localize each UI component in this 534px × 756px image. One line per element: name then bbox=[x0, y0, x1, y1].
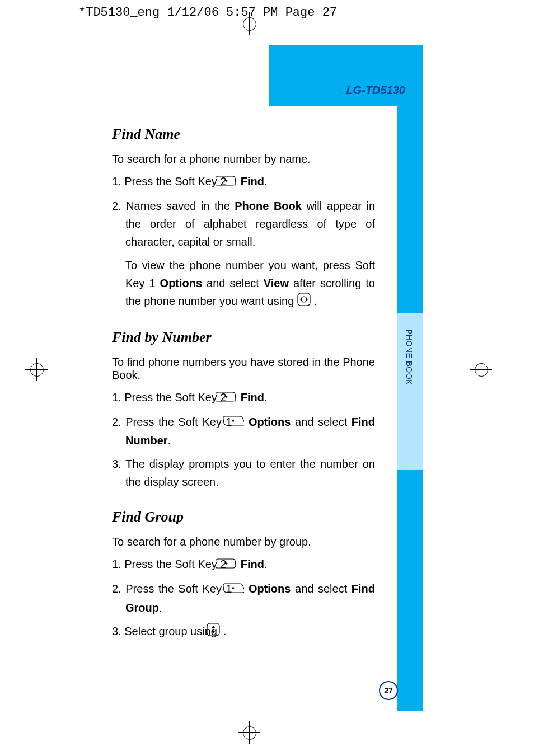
page-content: Find Name To search for a phone number b… bbox=[112, 126, 375, 659]
page-number: 27 bbox=[379, 681, 398, 700]
softkey-right-icon bbox=[229, 173, 237, 191]
step-text: . bbox=[168, 434, 171, 447]
step-text: 2. Names saved in the bbox=[112, 200, 235, 212]
step-bold: Phone Book bbox=[235, 200, 302, 212]
step: 3. The display prompts you to enter the … bbox=[112, 455, 375, 491]
section-title: Find Name bbox=[112, 126, 375, 143]
registration-mark bbox=[238, 12, 260, 35]
step-text: 1. Press the Soft Key 2 bbox=[112, 558, 229, 570]
step-text: and select bbox=[291, 583, 351, 595]
step-text: 3. Select group using bbox=[112, 625, 220, 637]
step-bold: Options bbox=[160, 277, 203, 289]
step-text: 1. Press the Soft Key 2 bbox=[112, 391, 229, 403]
crop-mark bbox=[489, 16, 489, 35]
crop-mark bbox=[490, 45, 518, 45]
nav-lr-icon bbox=[297, 293, 311, 311]
step-text: and select bbox=[291, 416, 351, 428]
step-text: 1. Press the Soft Key 2 bbox=[112, 175, 229, 187]
section-intro: To search for a phone number by name. bbox=[112, 153, 375, 166]
step-bold: Find bbox=[241, 175, 264, 187]
step-text: and select bbox=[202, 277, 264, 289]
section-title: Find by Number bbox=[112, 329, 375, 346]
crop-mark bbox=[45, 721, 45, 740]
section-intro: To find phone numbers you have stored in… bbox=[112, 356, 375, 382]
softkey-left-icon bbox=[236, 414, 244, 431]
softkey-left-icon bbox=[236, 581, 244, 599]
header-blue-block bbox=[269, 45, 423, 106]
softkey-right-icon bbox=[229, 556, 237, 574]
step: 2. Press the Soft Key 1 Options and sele… bbox=[112, 580, 375, 617]
softkey-right-icon bbox=[229, 389, 237, 407]
crop-mark bbox=[16, 711, 44, 711]
step-text: 3. The display prompts you to enter the … bbox=[112, 458, 375, 488]
step-text: . bbox=[264, 391, 268, 403]
step-note: To view the phone number you want, press… bbox=[112, 256, 375, 311]
step: 1. Press the Soft Key 2 Find. bbox=[112, 388, 375, 407]
step-bold: Options bbox=[249, 416, 291, 428]
step: 1. Press the Soft Key 2 Find. bbox=[112, 555, 375, 574]
section-find-by-number: Find by Number To find phone numbers you… bbox=[112, 329, 375, 491]
crop-mark bbox=[16, 45, 44, 45]
step-bold: Options bbox=[249, 583, 291, 595]
registration-mark bbox=[25, 358, 48, 381]
section-tab-label: PHONE BOOK bbox=[405, 329, 414, 385]
crop-mark bbox=[489, 721, 489, 740]
step-text: . bbox=[264, 558, 268, 570]
step-text: . bbox=[264, 175, 268, 187]
registration-mark bbox=[470, 358, 492, 381]
section-intro: To search for a phone number by group. bbox=[112, 536, 375, 548]
crop-mark bbox=[490, 711, 518, 711]
step-bold: Find bbox=[241, 391, 264, 403]
step-text: . bbox=[220, 625, 226, 637]
step: 2. Names saved in the Phone Book will ap… bbox=[112, 197, 375, 251]
step: 3. Select group using . bbox=[112, 622, 375, 641]
step-text: 2. Press the Soft Key 1 bbox=[112, 583, 236, 595]
step: 1. Press the Soft Key 2 Find. bbox=[112, 172, 375, 191]
print-header: *TD5130_eng 1/12/06 5:57 PM Page 27 bbox=[78, 6, 337, 20]
step-text: 2. Press the Soft Key 1 bbox=[112, 416, 236, 428]
section-title: Find Group bbox=[112, 509, 375, 525]
section-find-name: Find Name To search for a phone number b… bbox=[112, 126, 375, 311]
step-text: . bbox=[159, 602, 162, 614]
model-label: LG-TD5130 bbox=[346, 84, 405, 97]
section-find-group: Find Group To search for a phone number … bbox=[112, 509, 375, 641]
step: 2. Press the Soft Key 1 Options and sele… bbox=[112, 413, 375, 450]
step-bold: Find bbox=[241, 558, 264, 570]
registration-mark bbox=[238, 721, 260, 744]
step-bold: View bbox=[264, 277, 289, 289]
step-text: . bbox=[311, 295, 317, 307]
crop-mark bbox=[45, 16, 45, 35]
